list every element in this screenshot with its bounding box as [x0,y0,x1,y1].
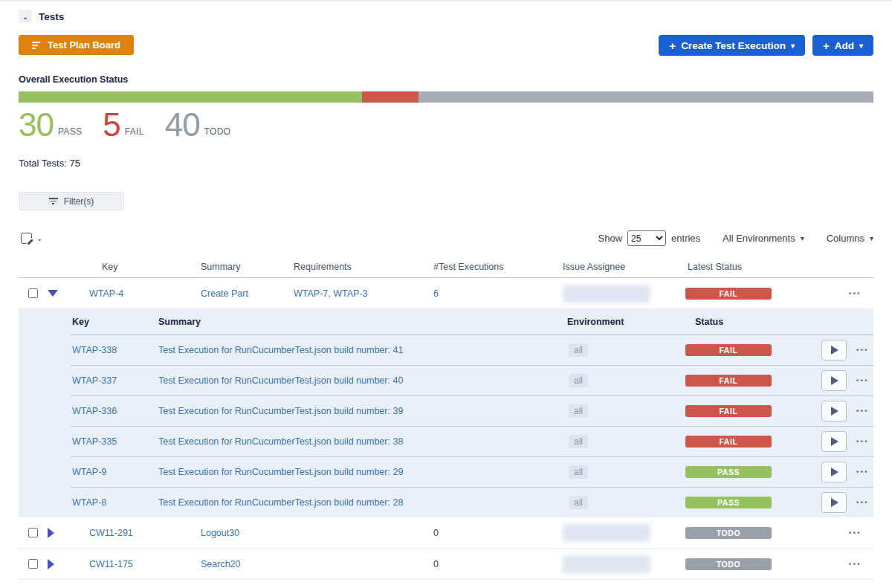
row-actions-ellipsis-icon[interactable]: ••• [856,499,869,506]
execution-summary-link[interactable]: Test Execution for RunCucumberTest.json … [158,406,403,416]
row-actions-ellipsis-icon[interactable]: ••• [856,468,869,476]
execution-summary-link[interactable]: Test Execution for RunCucumberTest.json … [158,436,403,447]
add-label: Add [835,40,854,51]
plus-icon: + [823,39,830,52]
filter-icon [49,198,58,204]
chevron-down-icon: ▾ [801,234,804,242]
collapse-row-icon[interactable] [48,290,58,297]
assignee-redacted [563,524,650,542]
play-icon [831,468,838,476]
execution-summary-link[interactable]: Test Execution for RunCucumberTest.json … [158,375,403,386]
execution-summary-link[interactable]: Test Execution for RunCucumberTest.json … [158,467,403,477]
row-checkbox[interactable] [28,559,38,569]
execution-key-link[interactable]: WTAP-338 [72,345,117,355]
row-actions-ellipsis-icon[interactable]: ••• [849,290,862,297]
columns-dropdown[interactable]: Columns ▾ [827,233,873,244]
execution-summary-link[interactable]: Test Execution for RunCucumberTest.json … [158,345,403,355]
test-plan-board-button[interactable]: Test Plan Board [19,35,134,55]
test-key-link[interactable]: CW11-291 [89,528,133,538]
chevron-down-icon: ▾ [791,42,795,50]
run-execution-button[interactable] [821,492,847,513]
environments-label: All Environments [723,233,795,244]
subtable-row-wtap-335: WTAP-335 Test Execution for RunCucumberT… [19,427,873,456]
plus-icon: + [669,39,676,52]
table-controls: Show 25 entries All Environments ▾ Colum… [598,230,873,246]
section-collapse-button[interactable]: ⌄ [19,10,32,23]
test-summary-link[interactable]: Create Part [201,288,248,299]
execution-stats: 30 PASS 5 FAIL 40 TODO [19,112,873,138]
overall-execution-status-title: Overall Execution Status [19,74,873,85]
assignee-redacted [563,555,650,573]
test-summary-link[interactable]: Logout30 [201,528,239,538]
entries-label: entries [671,233,700,244]
progress-segment-pass [19,91,362,103]
row-actions-ellipsis-icon[interactable]: ••• [849,560,862,568]
row-actions-ellipsis-icon[interactable]: ••• [856,377,869,384]
row-checkbox[interactable] [28,288,38,298]
chevron-down-icon: ▾ [870,234,873,242]
col-header-summary: Summary [201,262,294,272]
status-badge: FAIL [685,405,772,417]
run-execution-button[interactable] [821,462,847,482]
expand-row-icon[interactable] [48,559,54,569]
run-execution-button[interactable] [821,431,847,452]
run-execution-button[interactable] [821,370,847,391]
todo-count: 40 [165,112,200,138]
expand-row-icon[interactable] [48,528,54,538]
environments-dropdown[interactable]: All Environments ▾ [723,233,804,244]
section-header: ⌄ Tests [19,1,873,23]
actions-row: Test Plan Board + Create Test Execution … [19,35,873,56]
execution-key-link[interactable]: WTAP-336 [72,406,117,416]
executions-count: 0 [433,528,439,538]
section-title: Tests [39,11,64,22]
environment-badge: all [569,343,588,357]
create-test-execution-label: Create Test Execution [681,40,786,51]
test-summary-link[interactable]: Search20 [201,559,241,569]
execution-progress-bar [19,91,873,103]
row-actions-ellipsis-icon[interactable]: ••• [849,529,862,537]
run-execution-button[interactable] [821,401,847,421]
bulk-actions-dropdown[interactable]: ⌄ [19,233,42,244]
col-header-assignee: Issue Assignee [561,262,684,272]
play-icon [831,407,838,416]
play-icon [831,437,838,446]
row-actions-ellipsis-icon[interactable]: ••• [856,407,869,415]
execution-key-link[interactable]: WTAP-8 [72,497,106,508]
fail-label: FAIL [125,126,144,138]
row-actions-ellipsis-icon[interactable]: ••• [856,346,869,354]
progress-segment-fail [362,91,418,103]
col-header-executions: #Test Executions [431,262,561,272]
subtable-row-wtap-338: WTAP-338 Test Execution for RunCucumberT… [19,335,873,365]
test-plan-board-label: Test Plan Board [48,39,120,51]
execution-key-link[interactable]: WTAP-9 [72,467,106,477]
show-label: Show [598,233,623,244]
subcol-header-environment: Environment [565,317,673,327]
chevron-down-icon: ⌄ [36,234,42,242]
executions-count-link[interactable]: 6 [433,288,439,299]
execution-summary-link[interactable]: Test Execution for RunCucumberTest.json … [158,497,403,508]
subcol-header-key: Key [72,317,158,327]
status-badge: FAIL [685,436,772,448]
execution-key-link[interactable]: WTAP-335 [72,436,117,447]
stat-pass: 30 PASS [19,112,82,138]
pass-label: PASS [58,126,82,138]
filters-button[interactable]: Filter(s) [19,192,124,210]
table-row-cw11-175: CW11-175 Search20 0 TODO ••• [19,549,873,580]
row-checkbox[interactable] [28,528,38,537]
execution-key-link[interactable]: WTAP-337 [72,375,117,386]
run-execution-button[interactable] [821,340,847,361]
status-badge: FAIL [685,344,772,356]
test-key-link[interactable]: CW11-175 [89,559,133,569]
environment-badge: all [569,404,588,418]
row-actions-ellipsis-icon[interactable]: ••• [856,438,869,445]
create-test-execution-button[interactable]: + Create Test Execution ▾ [659,35,805,56]
add-button[interactable]: + Add ▾ [812,35,873,56]
page-size-select[interactable]: 25 [627,230,666,246]
chevron-down-icon: ▾ [859,42,863,50]
subtable-row-wtap-9: WTAP-9 Test Execution for RunCucumberTes… [19,457,873,487]
subtable-header-row: Key Summary Environment Status [19,309,873,335]
requirements-link[interactable]: WTAP-7, WTAP-3 [294,288,368,299]
test-key-link[interactable]: WTAP-4 [89,288,123,299]
stat-fail: 5 FAIL [103,112,143,138]
table-row-cw11-291: CW11-291 Logout30 0 TODO ••• [19,517,873,549]
